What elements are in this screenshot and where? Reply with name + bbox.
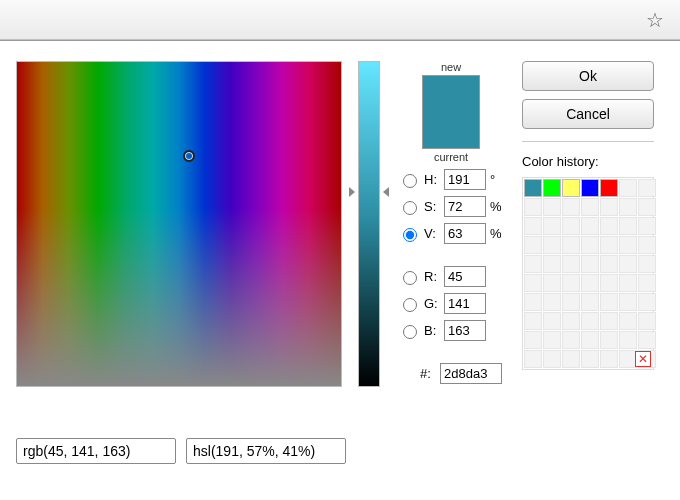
history-swatch[interactable]	[524, 217, 542, 235]
history-swatch[interactable]	[543, 198, 561, 216]
history-swatch[interactable]	[619, 255, 637, 273]
history-swatch[interactable]	[638, 179, 656, 197]
rgb-readout[interactable]	[16, 438, 176, 464]
preview-and-fields: new current H: ° S: % V: %	[396, 61, 506, 387]
history-swatch[interactable]	[638, 312, 656, 330]
history-swatch[interactable]	[524, 293, 542, 311]
sv-color-area[interactable]	[16, 61, 342, 387]
pct-suffix-s: %	[490, 199, 504, 214]
history-swatch[interactable]	[600, 274, 618, 292]
history-swatch[interactable]	[600, 255, 618, 273]
history-swatch[interactable]	[543, 312, 561, 330]
history-swatch[interactable]	[638, 236, 656, 254]
bookmark-star-icon[interactable]: ☆	[646, 8, 664, 32]
history-swatch[interactable]	[638, 217, 656, 235]
history-swatch[interactable]	[524, 236, 542, 254]
r-radio[interactable]	[403, 271, 417, 285]
b-row: B:	[398, 320, 504, 341]
history-swatch[interactable]	[562, 198, 580, 216]
history-swatch[interactable]	[581, 217, 599, 235]
history-swatch[interactable]	[562, 217, 580, 235]
history-swatch[interactable]	[562, 255, 580, 273]
history-swatch[interactable]	[524, 255, 542, 273]
history-swatch[interactable]	[619, 312, 637, 330]
b-label: B:	[424, 323, 440, 338]
h-label: H:	[424, 172, 440, 187]
history-swatch[interactable]	[638, 255, 656, 273]
history-swatch[interactable]	[600, 331, 618, 349]
history-swatch[interactable]	[543, 274, 561, 292]
history-swatch[interactable]	[562, 312, 580, 330]
deg-suffix: °	[490, 172, 504, 187]
history-swatch[interactable]	[524, 179, 542, 197]
history-swatch[interactable]	[619, 236, 637, 254]
hsl-readout[interactable]	[186, 438, 346, 464]
history-swatch[interactable]	[524, 312, 542, 330]
history-swatch[interactable]	[562, 350, 580, 368]
history-swatch[interactable]	[581, 350, 599, 368]
history-swatch[interactable]	[619, 274, 637, 292]
v-input[interactable]	[444, 223, 486, 244]
b-radio[interactable]	[403, 325, 417, 339]
history-swatch[interactable]	[581, 293, 599, 311]
history-swatch[interactable]	[600, 198, 618, 216]
history-swatch[interactable]	[524, 198, 542, 216]
history-swatch[interactable]	[619, 217, 637, 235]
value-strip[interactable]	[358, 61, 380, 387]
history-swatch[interactable]	[543, 331, 561, 349]
history-swatch[interactable]	[543, 293, 561, 311]
history-swatch[interactable]	[524, 274, 542, 292]
history-swatch[interactable]	[638, 274, 656, 292]
history-swatch[interactable]	[638, 331, 656, 349]
history-swatch[interactable]	[619, 198, 637, 216]
history-swatch[interactable]	[581, 274, 599, 292]
history-swatch[interactable]	[638, 293, 656, 311]
cancel-button[interactable]: Cancel	[522, 99, 654, 129]
sv-cursor[interactable]	[183, 150, 195, 162]
history-swatch[interactable]	[562, 331, 580, 349]
history-swatch[interactable]	[543, 350, 561, 368]
b-input[interactable]	[444, 320, 486, 341]
history-swatch[interactable]	[619, 293, 637, 311]
history-swatch[interactable]	[600, 179, 618, 197]
history-swatch[interactable]	[600, 312, 618, 330]
history-swatch[interactable]	[600, 217, 618, 235]
history-swatch[interactable]	[619, 331, 637, 349]
s-input[interactable]	[444, 196, 486, 217]
g-input[interactable]	[444, 293, 486, 314]
history-swatch[interactable]	[581, 198, 599, 216]
history-swatch[interactable]	[524, 350, 542, 368]
r-input[interactable]	[444, 266, 486, 287]
history-swatch[interactable]	[562, 293, 580, 311]
history-swatch[interactable]	[581, 312, 599, 330]
history-swatch[interactable]	[524, 331, 542, 349]
history-swatch[interactable]	[581, 236, 599, 254]
history-swatch[interactable]	[562, 179, 580, 197]
history-swatch[interactable]	[581, 179, 599, 197]
bottom-readouts	[16, 438, 346, 464]
h-input[interactable]	[444, 169, 486, 190]
history-swatch[interactable]	[543, 236, 561, 254]
history-swatch[interactable]	[543, 217, 561, 235]
history-swatch[interactable]	[600, 236, 618, 254]
current-color-swatch[interactable]	[423, 112, 479, 148]
history-swatch[interactable]	[581, 255, 599, 273]
history-swatch[interactable]	[600, 350, 618, 368]
history-swatch[interactable]	[600, 293, 618, 311]
history-swatch[interactable]	[543, 255, 561, 273]
v-label: V:	[424, 226, 440, 241]
ok-button[interactable]: Ok	[522, 61, 654, 91]
history-swatch[interactable]	[581, 331, 599, 349]
history-delete-icon[interactable]: ✕	[635, 351, 651, 367]
history-swatch[interactable]	[562, 236, 580, 254]
g-radio[interactable]	[403, 298, 417, 312]
hex-input[interactable]	[440, 363, 502, 384]
h-radio[interactable]	[403, 174, 417, 188]
v-radio[interactable]	[403, 228, 417, 242]
new-color-swatch[interactable]	[423, 76, 479, 112]
s-radio[interactable]	[403, 201, 417, 215]
history-swatch[interactable]	[562, 274, 580, 292]
history-swatch[interactable]	[543, 179, 561, 197]
history-swatch[interactable]	[638, 198, 656, 216]
history-swatch[interactable]	[619, 179, 637, 197]
